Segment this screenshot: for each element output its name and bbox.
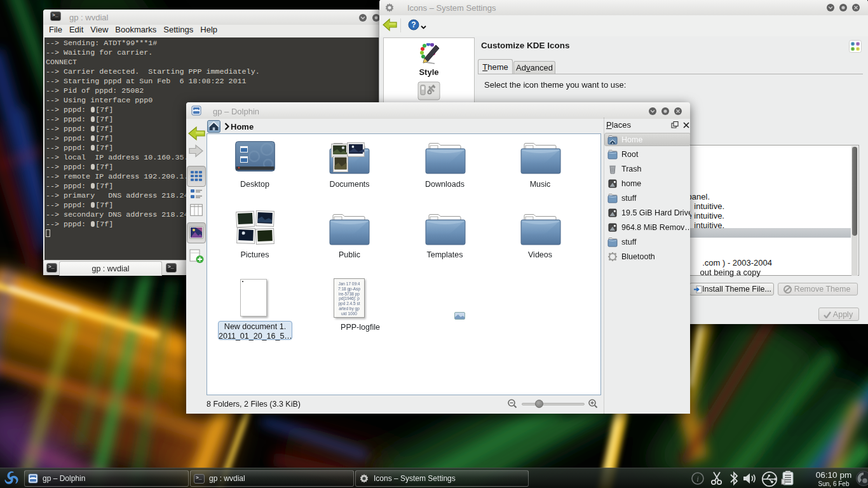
svg-text:?: ? — [411, 20, 416, 29]
svg-text:i: i — [696, 474, 699, 484]
